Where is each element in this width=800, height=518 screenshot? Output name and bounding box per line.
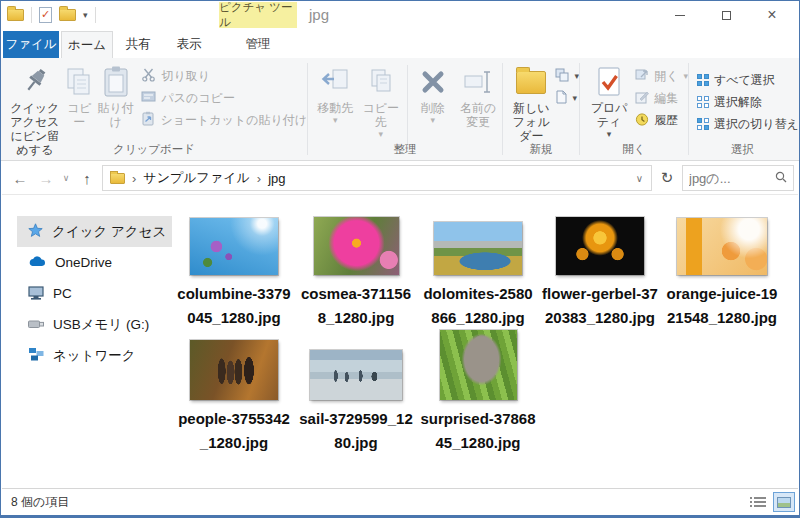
close-button[interactable]: ×	[749, 1, 795, 29]
explorer-app-icon[interactable]	[7, 9, 24, 21]
quick-access-toolbar: ▾	[7, 1, 96, 29]
sidebar-item-label: PC	[53, 286, 72, 301]
tab-view[interactable]: 表示	[163, 31, 215, 58]
group-select: すべて選択 選択解除 選択の切り替え 選択	[689, 58, 796, 160]
copy-button[interactable]: コピー	[63, 61, 96, 129]
search-input[interactable]	[689, 171, 775, 186]
file-thumbnail	[314, 217, 399, 275]
file-item[interactable]: dolomites-2580866_1280.jpg	[417, 205, 539, 330]
back-button[interactable]: ←	[8, 161, 32, 195]
path-icon	[141, 90, 156, 106]
usb-drive-icon	[28, 317, 44, 332]
details-view-button[interactable]	[749, 492, 771, 512]
star-icon	[28, 223, 43, 241]
sidebar-item-usb-drive[interactable]: USBメモリ (G:)	[17, 309, 172, 340]
file-item[interactable]: cosmea-3711568_1280.jpg	[295, 205, 417, 330]
copy-to-button[interactable]: コピー先 ▾	[358, 61, 404, 139]
thumbnail-view-icon	[777, 497, 791, 508]
network-icon	[28, 347, 44, 364]
file-name: surprised-3786845_1280.jpg	[420, 407, 536, 455]
copy-to-icon	[366, 63, 396, 101]
tab-file[interactable]: ファイル	[3, 31, 59, 58]
copy-to-label: コピー先	[358, 101, 404, 129]
sidebar-item-label: クイック アクセス	[52, 223, 166, 241]
move-to-icon	[320, 63, 350, 101]
move-to-caret-icon: ▾	[333, 115, 338, 125]
sidebar-item-network[interactable]: ネットワーク	[17, 340, 172, 371]
qat-properties-icon[interactable]	[39, 7, 52, 23]
shortcut-icon	[141, 111, 155, 129]
ribbon: クイック アクセス にピン留めする コピー 貼り付け	[1, 58, 799, 161]
new-folder-label-line1: 新しい	[513, 101, 550, 115]
explorer-window: ▾ ピクチャ ツール jpg × ファイル ホーム 共有 表示 管理 ∧ ?	[0, 0, 800, 518]
invert-selection-label: 選択の切り替え	[714, 116, 799, 133]
file-name: columbine-3379045_1280.jpg	[176, 282, 292, 330]
maximize-button[interactable]	[703, 1, 749, 29]
properties-button[interactable]: プロパティ ▾	[585, 61, 633, 139]
file-thumbnail	[190, 340, 278, 400]
breadcrumb-segment-current[interactable]: jpg	[268, 171, 285, 186]
easy-access-button[interactable]: ▾	[555, 87, 579, 109]
move-to-button[interactable]: 移動先 ▾	[313, 61, 358, 125]
tab-share[interactable]: 共有	[113, 31, 163, 58]
cut-button[interactable]: 切り取り	[141, 65, 307, 87]
thumbnail-view-button[interactable]	[773, 492, 795, 512]
navigation-pane: クイック アクセス OneDrive PC USBメモリ (G:) ネットワーク	[2, 196, 172, 485]
file-item[interactable]: orange-juice-1921548_1280.jpg	[661, 205, 783, 330]
properties-label: プロパティ	[585, 101, 633, 129]
select-none-button[interactable]: 選択解除	[697, 91, 799, 113]
invert-selection-icon	[697, 118, 709, 130]
recent-locations-chevron-icon[interactable]: ∨	[58, 161, 74, 195]
sidebar-item-quick-access[interactable]: クイック アクセス	[17, 216, 172, 247]
breadcrumb-chevron-icon: ›	[132, 171, 136, 186]
delete-button[interactable]: 削除 ▾	[411, 61, 455, 125]
edit-button[interactable]: 編集	[635, 87, 688, 109]
sub-separator	[407, 65, 408, 145]
sidebar-item-onedrive[interactable]: OneDrive	[17, 247, 172, 278]
status-bar: 8 個の項目	[2, 488, 798, 515]
file-item[interactable]: flower-gerbel-3720383_1280.jpg	[539, 205, 661, 330]
copy-path-button[interactable]: パスのコピー	[141, 87, 307, 109]
invert-selection-button[interactable]: 選択の切り替え	[697, 113, 799, 135]
qat-customize-chevron-icon[interactable]: ▾	[83, 10, 88, 20]
paste-button[interactable]: 貼り付け	[96, 61, 136, 129]
group-clipboard: クイック アクセス にピン留めする コピー 貼り付け	[1, 58, 307, 160]
qat-separator	[95, 7, 96, 23]
history-button[interactable]: 履歴	[635, 109, 688, 131]
tab-manage[interactable]: 管理	[219, 31, 297, 58]
qat-new-folder-icon[interactable]	[59, 9, 76, 21]
file-thumbnail	[440, 330, 517, 400]
file-item[interactable]: surprised-3786845_1280.jpg	[417, 330, 539, 455]
new-folder-button[interactable]: 新しい フォルダー	[509, 61, 553, 143]
minimize-icon	[675, 15, 685, 16]
sidebar-item-label: OneDrive	[55, 255, 112, 270]
breadcrumb-segment-root[interactable]: サンプルファイル	[143, 169, 249, 187]
cloud-icon	[28, 255, 46, 270]
new-item-button[interactable]: ▾	[555, 65, 579, 87]
select-all-button[interactable]: すべて選択	[697, 69, 799, 91]
up-button[interactable]: ↑	[76, 161, 98, 195]
address-bar[interactable]: › サンプルファイル › jpg ∨	[102, 165, 652, 191]
tab-home[interactable]: ホーム	[61, 31, 113, 58]
address-dropdown-chevron-icon[interactable]: ∨	[636, 173, 643, 184]
refresh-button[interactable]: ↻	[656, 165, 678, 191]
new-folder-label-line2: フォルダー	[509, 115, 553, 143]
paste-label: 貼り付け	[96, 101, 136, 129]
edit-pencil-icon	[635, 90, 649, 107]
file-item[interactable]: people-3755342_1280.jpg	[173, 330, 295, 455]
new-item-icon	[555, 68, 569, 85]
window-controls: ×	[657, 1, 795, 29]
select-none-label: 選択解除	[714, 94, 762, 111]
ribbon-tabs: ファイル ホーム 共有 表示 管理 ∧ ?	[1, 29, 799, 58]
forward-button[interactable]: →	[34, 161, 58, 195]
minimize-button[interactable]	[657, 1, 703, 29]
sidebar-item-pc[interactable]: PC	[17, 278, 172, 309]
open-button[interactable]: 開く ▾	[635, 65, 688, 87]
rename-button[interactable]: 名前の 変更	[455, 61, 502, 129]
file-item[interactable]: columbine-3379045_1280.jpg	[173, 205, 295, 330]
file-item[interactable]: sail-3729599_1280.jpg	[295, 330, 417, 455]
paste-shortcut-button[interactable]: ショートカットの貼り付け	[141, 109, 307, 131]
select-all-icon	[697, 74, 709, 86]
rename-label-line1: 名前の	[460, 101, 496, 115]
file-name: sail-3729599_1280.jpg	[298, 407, 414, 455]
